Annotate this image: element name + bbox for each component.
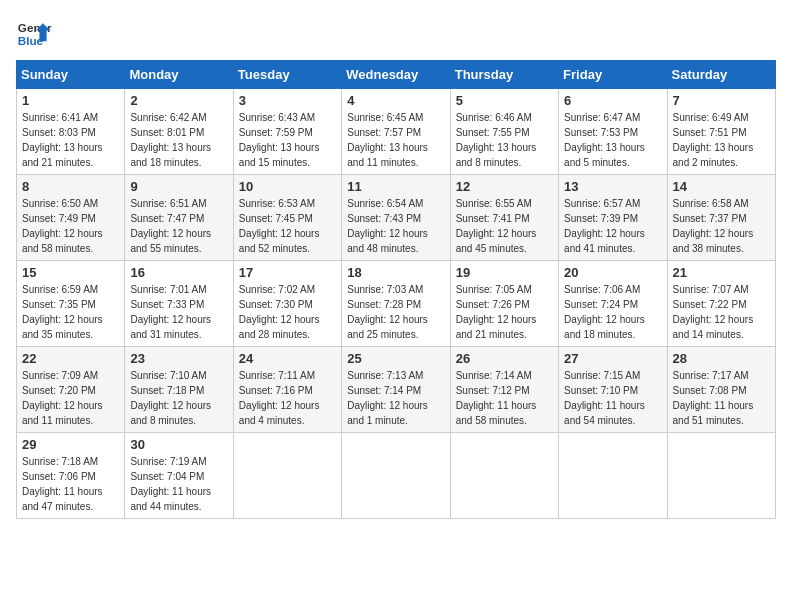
day-info: Sunrise: 7:06 AMSunset: 7:24 PMDaylight:… xyxy=(564,284,645,340)
calendar-table: SundayMondayTuesdayWednesdayThursdayFrid… xyxy=(16,60,776,519)
day-number: 29 xyxy=(22,437,119,452)
calendar-cell xyxy=(667,433,775,519)
day-number: 18 xyxy=(347,265,444,280)
day-info: Sunrise: 7:07 AMSunset: 7:22 PMDaylight:… xyxy=(673,284,754,340)
day-info: Sunrise: 6:50 AMSunset: 7:49 PMDaylight:… xyxy=(22,198,103,254)
day-info: Sunrise: 7:14 AMSunset: 7:12 PMDaylight:… xyxy=(456,370,537,426)
day-info: Sunrise: 6:53 AMSunset: 7:45 PMDaylight:… xyxy=(239,198,320,254)
day-info: Sunrise: 7:19 AMSunset: 7:04 PMDaylight:… xyxy=(130,456,211,512)
day-info: Sunrise: 6:46 AMSunset: 7:55 PMDaylight:… xyxy=(456,112,537,168)
day-number: 21 xyxy=(673,265,770,280)
day-number: 12 xyxy=(456,179,553,194)
day-info: Sunrise: 6:47 AMSunset: 7:53 PMDaylight:… xyxy=(564,112,645,168)
day-info: Sunrise: 6:54 AMSunset: 7:43 PMDaylight:… xyxy=(347,198,428,254)
header-wednesday: Wednesday xyxy=(342,61,450,89)
calendar-cell: 7 Sunrise: 6:49 AMSunset: 7:51 PMDayligh… xyxy=(667,89,775,175)
header-tuesday: Tuesday xyxy=(233,61,341,89)
day-number: 6 xyxy=(564,93,661,108)
day-number: 26 xyxy=(456,351,553,366)
calendar-header-row: SundayMondayTuesdayWednesdayThursdayFrid… xyxy=(17,61,776,89)
day-number: 5 xyxy=(456,93,553,108)
day-info: Sunrise: 7:17 AMSunset: 7:08 PMDaylight:… xyxy=(673,370,754,426)
calendar-cell: 24 Sunrise: 7:11 AMSunset: 7:16 PMDaylig… xyxy=(233,347,341,433)
calendar-cell: 18 Sunrise: 7:03 AMSunset: 7:28 PMDaylig… xyxy=(342,261,450,347)
day-info: Sunrise: 7:02 AMSunset: 7:30 PMDaylight:… xyxy=(239,284,320,340)
calendar-week-4: 22 Sunrise: 7:09 AMSunset: 7:20 PMDaylig… xyxy=(17,347,776,433)
day-info: Sunrise: 7:11 AMSunset: 7:16 PMDaylight:… xyxy=(239,370,320,426)
header-friday: Friday xyxy=(559,61,667,89)
day-info: Sunrise: 7:10 AMSunset: 7:18 PMDaylight:… xyxy=(130,370,211,426)
day-number: 17 xyxy=(239,265,336,280)
page-header: General Blue xyxy=(16,16,776,52)
day-number: 14 xyxy=(673,179,770,194)
day-number: 28 xyxy=(673,351,770,366)
day-number: 1 xyxy=(22,93,119,108)
day-number: 19 xyxy=(456,265,553,280)
day-info: Sunrise: 6:55 AMSunset: 7:41 PMDaylight:… xyxy=(456,198,537,254)
calendar-week-3: 15 Sunrise: 6:59 AMSunset: 7:35 PMDaylig… xyxy=(17,261,776,347)
calendar-cell: 6 Sunrise: 6:47 AMSunset: 7:53 PMDayligh… xyxy=(559,89,667,175)
day-number: 9 xyxy=(130,179,227,194)
day-number: 3 xyxy=(239,93,336,108)
calendar-cell: 4 Sunrise: 6:45 AMSunset: 7:57 PMDayligh… xyxy=(342,89,450,175)
calendar-cell: 9 Sunrise: 6:51 AMSunset: 7:47 PMDayligh… xyxy=(125,175,233,261)
calendar-cell: 1 Sunrise: 6:41 AMSunset: 8:03 PMDayligh… xyxy=(17,89,125,175)
calendar-cell: 27 Sunrise: 7:15 AMSunset: 7:10 PMDaylig… xyxy=(559,347,667,433)
day-number: 4 xyxy=(347,93,444,108)
calendar-cell: 17 Sunrise: 7:02 AMSunset: 7:30 PMDaylig… xyxy=(233,261,341,347)
calendar-cell: 28 Sunrise: 7:17 AMSunset: 7:08 PMDaylig… xyxy=(667,347,775,433)
calendar-cell: 29 Sunrise: 7:18 AMSunset: 7:06 PMDaylig… xyxy=(17,433,125,519)
calendar-cell: 3 Sunrise: 6:43 AMSunset: 7:59 PMDayligh… xyxy=(233,89,341,175)
day-info: Sunrise: 6:58 AMSunset: 7:37 PMDaylight:… xyxy=(673,198,754,254)
calendar-cell: 22 Sunrise: 7:09 AMSunset: 7:20 PMDaylig… xyxy=(17,347,125,433)
day-number: 16 xyxy=(130,265,227,280)
calendar-cell: 25 Sunrise: 7:13 AMSunset: 7:14 PMDaylig… xyxy=(342,347,450,433)
header-sunday: Sunday xyxy=(17,61,125,89)
calendar-cell: 23 Sunrise: 7:10 AMSunset: 7:18 PMDaylig… xyxy=(125,347,233,433)
calendar-cell: 21 Sunrise: 7:07 AMSunset: 7:22 PMDaylig… xyxy=(667,261,775,347)
day-number: 7 xyxy=(673,93,770,108)
day-info: Sunrise: 7:09 AMSunset: 7:20 PMDaylight:… xyxy=(22,370,103,426)
day-number: 25 xyxy=(347,351,444,366)
calendar-cell: 30 Sunrise: 7:19 AMSunset: 7:04 PMDaylig… xyxy=(125,433,233,519)
calendar-cell: 16 Sunrise: 7:01 AMSunset: 7:33 PMDaylig… xyxy=(125,261,233,347)
logo-icon: General Blue xyxy=(16,16,52,52)
calendar-cell: 5 Sunrise: 6:46 AMSunset: 7:55 PMDayligh… xyxy=(450,89,558,175)
calendar-cell: 20 Sunrise: 7:06 AMSunset: 7:24 PMDaylig… xyxy=(559,261,667,347)
calendar-cell: 8 Sunrise: 6:50 AMSunset: 7:49 PMDayligh… xyxy=(17,175,125,261)
logo: General Blue xyxy=(16,16,56,52)
day-number: 30 xyxy=(130,437,227,452)
calendar-week-1: 1 Sunrise: 6:41 AMSunset: 8:03 PMDayligh… xyxy=(17,89,776,175)
day-number: 27 xyxy=(564,351,661,366)
day-info: Sunrise: 7:18 AMSunset: 7:06 PMDaylight:… xyxy=(22,456,103,512)
calendar-cell xyxy=(233,433,341,519)
day-number: 2 xyxy=(130,93,227,108)
day-info: Sunrise: 7:05 AMSunset: 7:26 PMDaylight:… xyxy=(456,284,537,340)
day-info: Sunrise: 6:49 AMSunset: 7:51 PMDaylight:… xyxy=(673,112,754,168)
day-info: Sunrise: 7:13 AMSunset: 7:14 PMDaylight:… xyxy=(347,370,428,426)
calendar-cell: 11 Sunrise: 6:54 AMSunset: 7:43 PMDaylig… xyxy=(342,175,450,261)
day-number: 20 xyxy=(564,265,661,280)
calendar-cell: 13 Sunrise: 6:57 AMSunset: 7:39 PMDaylig… xyxy=(559,175,667,261)
header-monday: Monday xyxy=(125,61,233,89)
calendar-cell xyxy=(559,433,667,519)
day-info: Sunrise: 6:51 AMSunset: 7:47 PMDaylight:… xyxy=(130,198,211,254)
calendar-cell: 19 Sunrise: 7:05 AMSunset: 7:26 PMDaylig… xyxy=(450,261,558,347)
header-thursday: Thursday xyxy=(450,61,558,89)
calendar-cell: 12 Sunrise: 6:55 AMSunset: 7:41 PMDaylig… xyxy=(450,175,558,261)
calendar-week-5: 29 Sunrise: 7:18 AMSunset: 7:06 PMDaylig… xyxy=(17,433,776,519)
day-info: Sunrise: 6:42 AMSunset: 8:01 PMDaylight:… xyxy=(130,112,211,168)
day-number: 22 xyxy=(22,351,119,366)
day-info: Sunrise: 6:43 AMSunset: 7:59 PMDaylight:… xyxy=(239,112,320,168)
day-number: 13 xyxy=(564,179,661,194)
day-number: 10 xyxy=(239,179,336,194)
day-number: 24 xyxy=(239,351,336,366)
calendar-cell: 26 Sunrise: 7:14 AMSunset: 7:12 PMDaylig… xyxy=(450,347,558,433)
day-info: Sunrise: 7:03 AMSunset: 7:28 PMDaylight:… xyxy=(347,284,428,340)
day-number: 15 xyxy=(22,265,119,280)
calendar-cell: 14 Sunrise: 6:58 AMSunset: 7:37 PMDaylig… xyxy=(667,175,775,261)
day-number: 8 xyxy=(22,179,119,194)
calendar-cell: 15 Sunrise: 6:59 AMSunset: 7:35 PMDaylig… xyxy=(17,261,125,347)
calendar-cell xyxy=(342,433,450,519)
day-number: 23 xyxy=(130,351,227,366)
